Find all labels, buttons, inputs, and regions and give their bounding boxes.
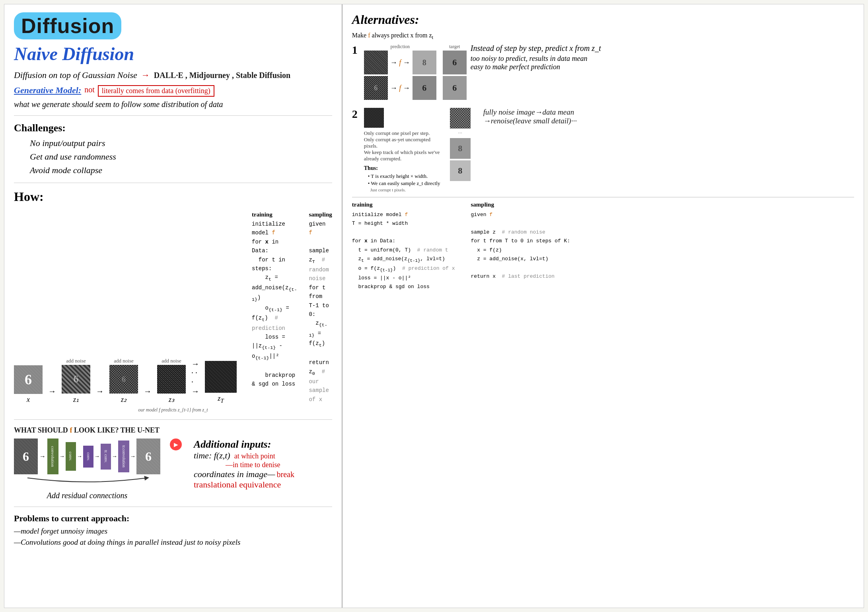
dec-tconv2: tr.convolution (118, 440, 129, 472)
unet-enc2: conv. (66, 442, 76, 471)
coords-line: coordinates in image— break (194, 469, 294, 479)
challenges-section: Challenges: No input/output pairs Get an… (14, 122, 332, 175)
right-training: training initialize model f T = height *… (352, 201, 455, 291)
unet-diagram: 6 → convolution → conv. → conv. (14, 439, 160, 500)
challenge-2: Get and use randomness (30, 152, 332, 162)
right-training-sampling: training initialize model f T = height *… (352, 201, 854, 291)
fully-noise-section: fully noise image→data mean →renoise(lea… (483, 108, 577, 193)
add-noise-3: add noise (162, 358, 181, 364)
training-label: training (252, 211, 297, 218)
z1-image: 6 (62, 365, 90, 394)
thus-2: • We can easily sample z_t directly (368, 180, 444, 187)
corrupt-img (364, 108, 384, 128)
not-text: not (84, 85, 95, 94)
title-diffusion: Diffusion (14, 12, 121, 39)
thus-3: Just corrupt t pixels. (370, 187, 444, 192)
unet-content: 6 → convolution → conv. → conv. (14, 439, 332, 500)
training-code: initialize model f for x in Data: for t … (252, 220, 297, 389)
corrupt-row (364, 108, 444, 128)
literally-box: literally comes from data (overfitting) (98, 85, 214, 97)
sampling-block: sampling given f sample zT # random nois… (309, 211, 332, 404)
make-f-line: Make f always predict x from zt (352, 32, 601, 41)
zt-image (205, 361, 237, 393)
additional-section: ▶ Additional inputs: time: f(z,t) at whi… (170, 439, 294, 490)
target1: 6 (443, 51, 467, 74)
pred-row1: → f → 8 (364, 51, 436, 74)
corrupt-uncorrupted: Only corrupt as-yet uncorrupted pixels. (364, 136, 444, 149)
noisy-pair-1 (450, 108, 471, 129)
unet-output: 6 (136, 439, 160, 474)
instead-section: Instead of step by step, predict x from … (471, 44, 601, 71)
zt-label: zT (218, 394, 224, 404)
add-noise-1: add noise (66, 358, 86, 364)
keep-track: We keep track of which pixels we've alre… (364, 149, 444, 162)
z3-label: z₃ (169, 395, 174, 404)
right-panel: Alternatives: Make f always predict x fr… (343, 4, 864, 608)
divider-1 (14, 115, 332, 116)
pred-noisy1 (364, 51, 388, 74)
right-sampling-code: given f sample z # random noise for t fr… (471, 210, 570, 281)
sampling-label: sampling (309, 211, 332, 218)
z3-col: add noise z₃ (157, 358, 186, 404)
time-line: time: f(z,t) at which point (194, 450, 294, 461)
gaussian-line: Diffusion on top of Gaussian Noise → DAL… (14, 70, 332, 80)
residual-arrow (14, 476, 160, 489)
x-image: 6 (14, 365, 43, 394)
coords-input: coordinates in image— (194, 469, 275, 479)
arrow-icon: → (141, 70, 150, 80)
corrupt-section: Only corrupt one pixel per step. Only co… (364, 108, 444, 193)
pred-arrow2: → f → (390, 84, 410, 92)
problems-title: Problems to current approach: (14, 513, 332, 524)
unet-input: 6 (14, 439, 38, 474)
sampling-code: given f sample zT # random noise for t f… (309, 220, 332, 404)
z3-image (157, 365, 186, 394)
top-section: Make f always predict x from zt 1 predic… (352, 32, 854, 193)
problems-section: Problems to current approach: —model for… (14, 513, 332, 547)
pred-out2: 6 (413, 76, 436, 100)
time-input: time: f(z,t) (194, 450, 230, 460)
from-text: from (489, 238, 502, 244)
left-part: Make f always predict x from zt 1 predic… (352, 32, 601, 193)
right-training-title: training (352, 201, 455, 208)
unet-dec1: tr. conv. (101, 444, 111, 470)
unet-row: 6 → convolution → conv. → conv. (14, 439, 160, 474)
noisy-pair-3: 8 (450, 160, 471, 181)
pred-arrow1: → f → (390, 58, 410, 67)
gen-desc: what we generate should seem to follow s… (14, 100, 223, 109)
play-button[interactable]: ▶ (170, 439, 182, 450)
easy-predict: easy to make perfect prediction (471, 63, 601, 71)
input-images: prediction → f → 8 6 (364, 44, 436, 100)
renoise: →renoise(leave small detail)··· (483, 117, 577, 125)
challenge-3: Avoid mode collapse (30, 165, 332, 175)
right-sampling: sampling given f sample z # random noise… (471, 201, 570, 291)
additional-title: Additional inputs: (194, 439, 294, 450)
at-which-point: at which point (234, 452, 275, 460)
section2-content: Only corrupt one pixel per step. Only co… (364, 108, 577, 193)
right-divider (352, 197, 854, 197)
thus-section: Thus: • T is exactly height × width. • W… (364, 165, 444, 192)
section2-row: Only corrupt one pixel per step. Only co… (364, 108, 577, 193)
training-sampling: training initialize model f for x in Dat… (252, 211, 332, 404)
section1: 1 prediction → f → (352, 44, 601, 102)
divider-3 (14, 419, 332, 420)
in-time-text: —in time to denise (226, 461, 280, 469)
unet-dec2: tr.convolution (118, 440, 129, 472)
pred-row2: 6 → f → 6 (364, 76, 436, 100)
unet-section: WHAT SHOULD f LOOK LIKE? THE U-NET 6 → c… (14, 426, 332, 500)
thus-1: • T is exactly height × width. (368, 173, 444, 179)
unet-enc1: convolution (47, 439, 58, 474)
add-noise-2: add noise (114, 358, 133, 364)
training-sampling-col: training initialize model f for x in Dat… (252, 207, 332, 404)
section1-content: prediction → f → 8 6 (364, 44, 467, 102)
thus-title: Thus: (364, 165, 444, 172)
right-sampling-title: sampling (471, 201, 570, 208)
target-col: 6 6 (443, 51, 467, 100)
left-panel: Diffusion Naive Diffusion Diffusion on t… (4, 4, 343, 608)
pred-out1: 8 (413, 51, 436, 74)
target-images: target 6 6 (443, 44, 467, 100)
pred-noisy2: 6 (364, 76, 388, 100)
dec-tconv1: tr. conv. (101, 444, 111, 470)
dall-e-text: DALL·E , Midjourney , Stable Diffusion (154, 71, 290, 80)
divider-4 (14, 507, 332, 507)
how-title: How: (14, 189, 332, 204)
